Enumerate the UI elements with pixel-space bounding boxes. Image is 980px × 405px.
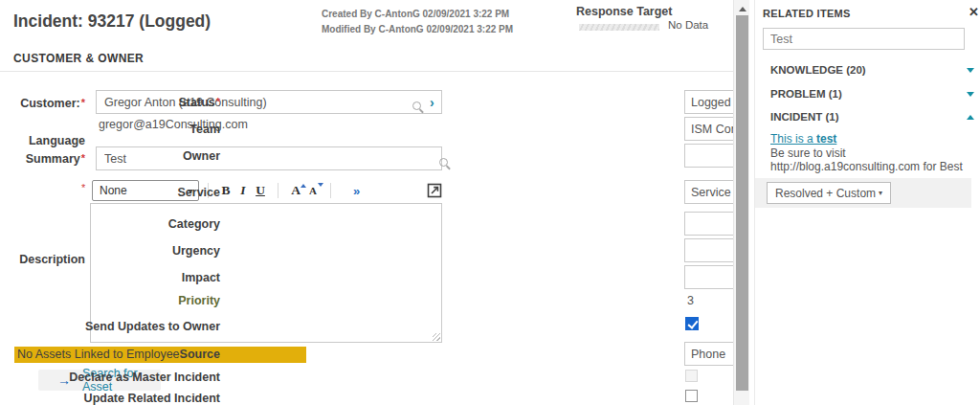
toolbar-separator xyxy=(278,183,278,198)
chevron-up-icon xyxy=(967,111,974,120)
category-label: Category xyxy=(0,217,220,231)
priority-value: 3 xyxy=(687,294,694,307)
incident-result-link[interactable]: This is a test xyxy=(770,132,836,146)
page-title: Incident: 93217 (Logged) xyxy=(13,11,211,32)
vertical-scrollbar[interactable] xyxy=(733,0,749,405)
service-field-clip xyxy=(684,180,733,206)
category-field-clip xyxy=(684,212,733,237)
expand-editor-button[interactable] xyxy=(427,183,442,198)
font-decrease-button[interactable]: A xyxy=(304,185,322,196)
send-updates-label: Send Updates to Owner xyxy=(0,320,220,333)
customer-open-chevron-icon[interactable]: › xyxy=(430,96,434,109)
priority-label: Priority xyxy=(0,294,220,307)
scroll-up-icon xyxy=(739,3,746,11)
status-field-clip xyxy=(684,90,733,116)
section-problem[interactable]: PROBLEM (1) xyxy=(763,82,980,105)
scrollbar-thumb[interactable] xyxy=(736,15,748,391)
update-related-label: Update Related Incident xyxy=(0,392,220,405)
italic-button[interactable]: I xyxy=(234,183,252,198)
summary-search-icon[interactable] xyxy=(439,158,448,167)
owner-field-clip xyxy=(684,144,733,169)
scroll-up-button[interactable] xyxy=(734,0,750,14)
service-label: Service xyxy=(0,186,220,199)
font-increase-button[interactable]: A xyxy=(287,183,304,198)
impact-field-clip xyxy=(684,265,733,291)
underline-button[interactable]: U xyxy=(252,183,269,198)
source-label: Source xyxy=(0,348,220,361)
update-related-checkbox[interactable] xyxy=(685,390,698,402)
dropdown-caret-icon: ▾ xyxy=(879,189,882,197)
declare-master-checkbox xyxy=(685,370,698,382)
customer-search-icon[interactable] xyxy=(412,101,421,110)
tab-customer-owner[interactable]: CUSTOMER & OWNER xyxy=(13,52,144,65)
related-search-input[interactable] xyxy=(763,28,965,50)
related-items-title: RELATED ITEMS xyxy=(763,8,851,19)
toolbar-separator xyxy=(330,183,331,198)
team-field-clip xyxy=(684,117,733,143)
source-input[interactable] xyxy=(684,342,733,366)
declare-master-label: Declare as Master Incident xyxy=(0,371,220,384)
incident-result-line2: http://blog.a19consulting.com for Best xyxy=(770,160,963,173)
impact-input[interactable] xyxy=(684,265,733,289)
source-field-clip xyxy=(684,342,733,368)
resolved-custom-button[interactable]: Resolved + Custom ▾ xyxy=(767,182,891,204)
owner-label: Owner xyxy=(0,149,220,163)
incident-page: Incident: 93217 (Logged) Created By C-An… xyxy=(0,0,980,405)
response-target-value: No Data xyxy=(668,19,708,31)
team-label: Team xyxy=(0,123,220,136)
language-label: Language xyxy=(0,134,85,147)
urgency-field-clip xyxy=(684,238,733,264)
section-incident[interactable]: INCIDENT (1) xyxy=(763,105,980,128)
chevron-down-icon xyxy=(967,68,974,77)
close-panel-icon[interactable]: ✕ xyxy=(969,5,979,19)
status-label: Status* xyxy=(0,96,220,109)
textarea-resize-handle[interactable] xyxy=(433,333,440,341)
section-knowledge[interactable]: KNOWLEDGE (20) xyxy=(763,58,980,81)
impact-label: Impact xyxy=(0,271,220,284)
incident-result-line1: Be sure to visit xyxy=(770,146,846,160)
chevron-down-icon xyxy=(967,92,974,101)
status-input[interactable] xyxy=(684,90,733,114)
caret-down-icon xyxy=(318,183,323,190)
tab-divider xyxy=(0,71,733,72)
response-target-label: Response Target xyxy=(576,5,673,18)
urgency-input[interactable] xyxy=(684,238,733,262)
urgency-label: Urgency xyxy=(0,244,220,258)
required-marker: * xyxy=(216,96,220,107)
category-input[interactable] xyxy=(684,212,733,236)
expand-editor-icon xyxy=(427,183,442,198)
created-by-text: Created By C-AntonG 02/09/2021 3:22 PM xyxy=(322,9,509,19)
toolbar-more-button[interactable]: » xyxy=(353,184,360,198)
service-input[interactable] xyxy=(684,180,733,204)
modified-by-text: Modified By C-AntonG 02/09/2021 3:22 PM xyxy=(322,24,513,34)
owner-input[interactable] xyxy=(684,144,733,168)
team-input[interactable] xyxy=(684,117,733,141)
send-updates-checkbox[interactable] xyxy=(685,317,699,330)
response-target-progressbar xyxy=(579,24,659,31)
